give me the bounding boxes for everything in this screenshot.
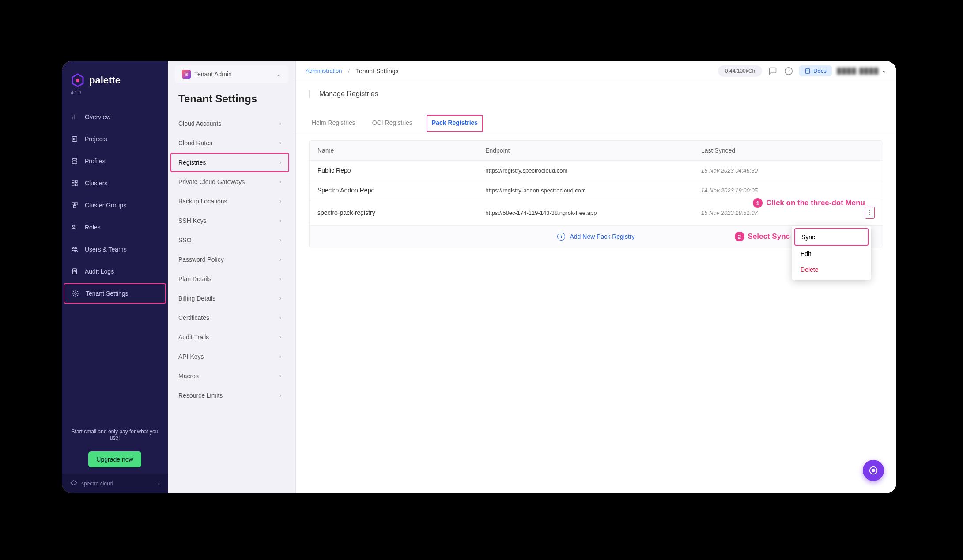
cell-endpoint: https://registry-addon.spectrocloud.com — [485, 187, 701, 194]
setting-item-macros[interactable]: Macros› — [168, 366, 292, 386]
nav-list: OverviewProjectsProfilesClustersCluster … — [62, 103, 168, 422]
brand-logo-icon — [71, 73, 85, 87]
cell-last-synced: 15 Nov 2023 18:51:07 — [701, 210, 857, 216]
setting-item-plan-details[interactable]: Plan Details› — [168, 269, 292, 289]
add-registry-label: Add New Pack Registry — [570, 233, 634, 240]
chevron-down-icon: ⌄ — [882, 68, 887, 74]
stack-icon — [71, 157, 79, 165]
setting-item-cloud-rates[interactable]: Cloud Rates› — [168, 133, 292, 153]
setting-item-certificates[interactable]: Certificates› — [168, 308, 292, 327]
upsell-text: Start small and only pay for what you us… — [62, 422, 168, 447]
nav-item-profiles[interactable]: Profiles — [62, 151, 168, 171]
chevron-right-icon: › — [279, 276, 281, 282]
setting-item-ssh-keys[interactable]: SSH Keys› — [168, 211, 292, 230]
setting-item-label: Cloud Rates — [178, 139, 212, 147]
chevron-right-icon: › — [279, 295, 281, 301]
setting-item-resource-limits[interactable]: Resource Limits› — [168, 386, 292, 405]
annotation-2-badge: 2 — [735, 232, 744, 241]
row-actions-button[interactable]: ⋮ — [865, 207, 875, 219]
setting-item-label: Certificates — [178, 314, 209, 321]
annotation-2: 2 Select Sync — [735, 232, 790, 241]
annotation-1-text: Click on the three-dot Menu — [766, 199, 865, 207]
breadcrumb-current: Tenant Settings — [356, 68, 399, 75]
user-menu[interactable]: ████ ████ ⌄ — [837, 68, 887, 74]
user-name-obscured: ████ ████ — [837, 68, 879, 74]
context-item-sync[interactable]: Sync — [794, 228, 869, 246]
column-endpoint: Endpoint — [485, 147, 701, 154]
svg-rect-12 — [75, 184, 77, 186]
setting-item-sso[interactable]: SSO› — [168, 230, 292, 250]
setting-item-billing-details[interactable]: Billing Details› — [168, 289, 292, 308]
chat-icon[interactable] — [767, 66, 778, 76]
cloud-icon — [70, 479, 78, 488]
footer-brand[interactable]: spectro cloud ‹ — [62, 474, 168, 493]
nav-item-label: Audit Logs — [85, 268, 114, 275]
svg-point-22 — [75, 293, 76, 294]
svg-rect-14 — [75, 203, 77, 205]
setting-item-label: Registries — [178, 159, 206, 166]
nav-item-tenant-settings[interactable]: Tenant Settings — [64, 283, 166, 304]
tenant-selector[interactable]: ⊞ Tenant Admin ⌄ — [175, 65, 288, 83]
nav-item-projects[interactable]: Projects — [62, 129, 168, 149]
chevron-right-icon: › — [279, 334, 281, 340]
nav-item-cluster-groups[interactable]: Cluster Groups — [62, 195, 168, 215]
cell-last-synced: 14 Nov 2023 19:00:05 — [701, 187, 857, 194]
topbar: Administration / Tenant Settings 0.44/10… — [296, 61, 896, 81]
bars-icon — [71, 135, 79, 143]
groups-icon — [71, 201, 79, 209]
nav-item-label: Users & Teams — [85, 246, 127, 253]
app-version: 4.1.9 — [62, 90, 168, 103]
cell-name: spectro-pack-registry — [317, 209, 485, 216]
help-icon[interactable] — [783, 66, 794, 76]
nav-item-audit-logs[interactable]: Audit Logs — [62, 261, 168, 282]
column-last-synced: Last Synced — [701, 147, 857, 154]
cell-last-synced: 15 Nov 2023 04:46:30 — [701, 167, 857, 174]
help-fab[interactable] — [863, 460, 884, 481]
users-icon — [71, 245, 79, 253]
docs-link[interactable]: Docs — [799, 65, 832, 76]
setting-item-label: Macros — [178, 372, 199, 380]
table-row: Spectro Addon Repohttps://registry-addon… — [310, 180, 883, 200]
docs-link-label: Docs — [813, 68, 827, 74]
setting-item-label: SSO — [178, 237, 192, 244]
setting-item-api-keys[interactable]: API Keys› — [168, 347, 292, 366]
setting-item-label: SSH Keys — [178, 217, 207, 224]
annotation-1: 1 Click on the three-dot Menu — [753, 198, 865, 208]
svg-rect-19 — [72, 269, 76, 274]
chevron-right-icon: › — [279, 315, 281, 321]
setting-item-cloud-accounts[interactable]: Cloud Accounts› — [168, 114, 292, 133]
nav-item-roles[interactable]: Roles — [62, 217, 168, 237]
svg-point-17 — [72, 247, 74, 249]
setting-item-registries[interactable]: Registries› — [170, 153, 289, 172]
setting-item-private-cloud-gateways[interactable]: Private Cloud Gateways› — [168, 172, 292, 192]
context-item-edit[interactable]: Edit — [794, 246, 869, 262]
svg-rect-13 — [72, 203, 74, 205]
svg-point-18 — [75, 247, 77, 249]
setting-item-audit-trails[interactable]: Audit Trails› — [168, 327, 292, 347]
primary-sidebar: palette 4.1.9 OverviewProjectsProfilesCl… — [62, 61, 168, 493]
svg-point-8 — [72, 158, 77, 160]
nav-item-users-teams[interactable]: Users & Teams — [62, 239, 168, 259]
cell-endpoint: https://registry.spectrocloud.com — [485, 167, 701, 174]
chevron-left-icon: ‹ — [158, 481, 160, 487]
row-context-menu: SyncEditDelete — [792, 226, 871, 280]
tenant-selector-label: Tenant Admin — [194, 71, 232, 78]
context-item-delete[interactable]: Delete — [794, 262, 869, 278]
nav-item-label: Roles — [85, 224, 101, 231]
tab-oci-registries[interactable]: OCI Registries — [370, 115, 415, 134]
setting-item-password-policy[interactable]: Password Policy› — [168, 250, 292, 269]
cell-endpoint: https://58ec-174-119-143-38.ngrok-free.a… — [485, 210, 701, 216]
brand: palette — [62, 61, 168, 90]
nav-item-clusters[interactable]: Clusters — [62, 173, 168, 193]
breadcrumb-root[interactable]: Administration — [306, 68, 342, 74]
setting-item-backup-locations[interactable]: Backup Locations› — [168, 192, 292, 211]
main-content: Administration / Tenant Settings 0.44/10… — [296, 61, 896, 493]
svg-point-1 — [76, 79, 79, 82]
svg-rect-9 — [72, 180, 74, 183]
upgrade-button[interactable]: Upgrade now — [88, 451, 141, 467]
svg-point-16 — [72, 225, 75, 227]
nav-item-overview[interactable]: Overview — [62, 107, 168, 127]
tab-pack-registries[interactable]: Pack Registries — [427, 115, 483, 132]
tab-helm-registries[interactable]: Helm Registries — [309, 115, 358, 134]
cell-name: Public Repo — [317, 167, 485, 174]
